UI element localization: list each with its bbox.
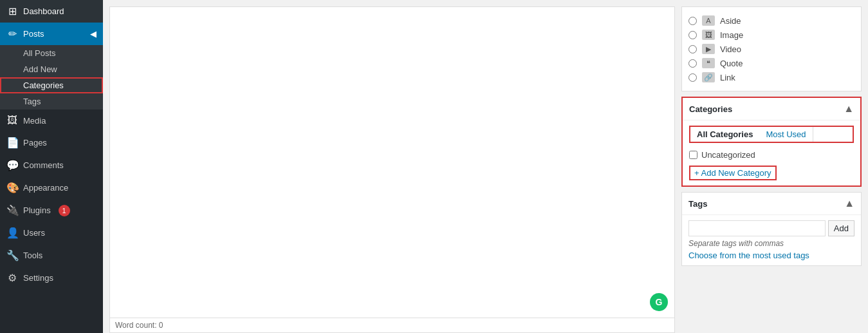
sidebar-item-appearance[interactable]: 🎨 Appearance <box>0 176 103 199</box>
sidebar-item-label: Comments <box>23 160 64 170</box>
format-row-video: ▶ Video <box>688 42 854 56</box>
format-row-image: 🖼 Image <box>688 28 854 42</box>
tags-hint: Separate tags with commas <box>688 239 854 248</box>
quote-icon: ❝ <box>702 58 715 68</box>
tags-choose-link[interactable]: Choose from the most used tags <box>688 251 809 260</box>
grammarly-button[interactable]: G <box>650 293 668 311</box>
sidebar-item-categories[interactable]: Categories <box>0 77 103 93</box>
category-label-uncategorized: Uncategorized <box>701 150 755 160</box>
format-radio-link[interactable] <box>688 73 697 82</box>
video-icon: ▶ <box>702 44 715 54</box>
users-icon: 👤 <box>6 227 18 239</box>
tags-panel-header[interactable]: Tags ▲ <box>682 193 861 215</box>
tab-all-categories[interactable]: All Categories <box>690 127 759 142</box>
word-count-label: Word count: <box>115 321 156 330</box>
sidebar-item-tags[interactable]: Tags <box>0 93 103 109</box>
tags-panel-body: Add Separate tags with commas Choose fro… <box>682 215 861 265</box>
word-count-value: 0 <box>159 321 163 330</box>
editor-area[interactable]: G <box>109 6 675 318</box>
format-row-aside: A Aside <box>688 14 854 28</box>
sidebar-item-label: Appearance <box>23 183 68 193</box>
sidebar-item-label: Pages <box>23 138 47 147</box>
plugins-badge: 1 <box>59 205 70 216</box>
format-box: A Aside 🖼 Image ▶ Video ❝ Quote 🔗 Link <box>681 6 862 91</box>
plugins-icon: 🔌 <box>6 204 18 216</box>
word-count-bar: Word count: 0 <box>109 318 675 333</box>
categories-tabs: All Categories Most Used <box>689 126 854 143</box>
categories-panel-header[interactable]: Categories ▲ <box>683 98 860 120</box>
sidebar-item-tools[interactable]: 🔧 Tools <box>0 244 103 267</box>
pages-icon: 📄 <box>6 137 18 149</box>
categories-panel-outer: Categories ▲ All Categories Most Used Un… <box>681 97 862 187</box>
sidebar-item-settings[interactable]: ⚙ Settings <box>0 267 103 289</box>
format-label-link: Link <box>720 73 735 82</box>
sidebar-item-label: Users <box>23 228 45 238</box>
image-icon: 🖼 <box>702 30 715 40</box>
sidebar-item-label: Tools <box>23 251 42 260</box>
sidebar-item-label: Dashboard <box>23 6 64 16</box>
sidebar-item-plugins[interactable]: 🔌 Plugins 1 <box>0 199 103 222</box>
tags-add-button[interactable]: Add <box>828 220 854 236</box>
aside-icon: A <box>702 15 715 26</box>
sidebar-item-dashboard[interactable]: ⊞ Dashboard <box>0 0 103 23</box>
link-icon: 🔗 <box>702 72 715 82</box>
format-radio-quote[interactable] <box>688 59 697 68</box>
tags-input-row: Add <box>688 220 854 236</box>
sidebar-item-comments[interactable]: 💬 Comments <box>0 154 103 176</box>
tags-chevron-icon: ▲ <box>844 198 854 209</box>
sidebar-item-all-posts[interactable]: All Posts <box>0 45 103 61</box>
categories-panel-body: All Categories Most Used Uncategorized +… <box>683 120 860 186</box>
tools-icon: 🔧 <box>6 249 18 262</box>
categories-panel: Categories ▲ All Categories Most Used Un… <box>683 98 860 186</box>
categories-panel-title: Categories <box>689 104 732 114</box>
sidebar: ⊞ Dashboard ✏ Posts ◀ All Posts Add New … <box>0 0 103 333</box>
sidebar-item-label: Posts <box>23 29 44 39</box>
posts-icon: ✏ <box>6 28 18 40</box>
appearance-icon: 🎨 <box>6 182 18 194</box>
tags-panel-title: Tags <box>688 199 707 209</box>
sidebar-item-add-new[interactable]: Add New <box>0 61 103 77</box>
format-row-link: 🔗 Link <box>688 70 854 84</box>
category-checkbox-uncategorized[interactable] <box>689 151 697 159</box>
comments-icon: 💬 <box>6 159 18 171</box>
sidebar-item-label: Plugins <box>23 205 51 215</box>
right-panel: A Aside 🖼 Image ▶ Video ❝ Quote 🔗 Link C… <box>681 0 868 333</box>
format-radio-image[interactable] <box>688 31 697 39</box>
sidebar-item-media[interactable]: 🖼 Media <box>0 109 103 131</box>
settings-icon: ⚙ <box>6 272 18 284</box>
sidebar-item-label: Media <box>23 116 46 126</box>
format-radio-video[interactable] <box>688 45 697 53</box>
sidebar-item-users[interactable]: 👤 Users <box>0 222 103 244</box>
format-label-video: Video <box>720 44 741 54</box>
categories-chevron-icon: ▲ <box>844 103 854 115</box>
main-content: G Word count: 0 <box>103 0 681 333</box>
format-label-aside: Aside <box>720 16 741 26</box>
add-new-category-link[interactable]: + Add New Category <box>689 166 777 180</box>
sidebar-item-label: Settings <box>23 273 53 283</box>
format-label-quote: Quote <box>720 59 743 68</box>
format-row-quote: ❝ Quote <box>688 56 854 70</box>
sidebar-item-pages[interactable]: 📄 Pages <box>0 131 103 154</box>
format-radio-aside[interactable] <box>688 17 697 25</box>
dashboard-icon: ⊞ <box>6 5 18 17</box>
media-icon: 🖼 <box>6 115 18 126</box>
tab-most-used[interactable]: Most Used <box>759 127 813 142</box>
tags-panel: Tags ▲ Add Separate tags with commas Cho… <box>681 192 862 266</box>
category-item-uncategorized: Uncategorized <box>689 148 854 162</box>
sidebar-item-posts[interactable]: ✏ Posts ◀ <box>0 23 103 45</box>
tags-input[interactable] <box>688 220 826 236</box>
posts-submenu: All Posts Add New Categories Tags <box>0 45 103 109</box>
format-label-image: Image <box>720 30 743 40</box>
